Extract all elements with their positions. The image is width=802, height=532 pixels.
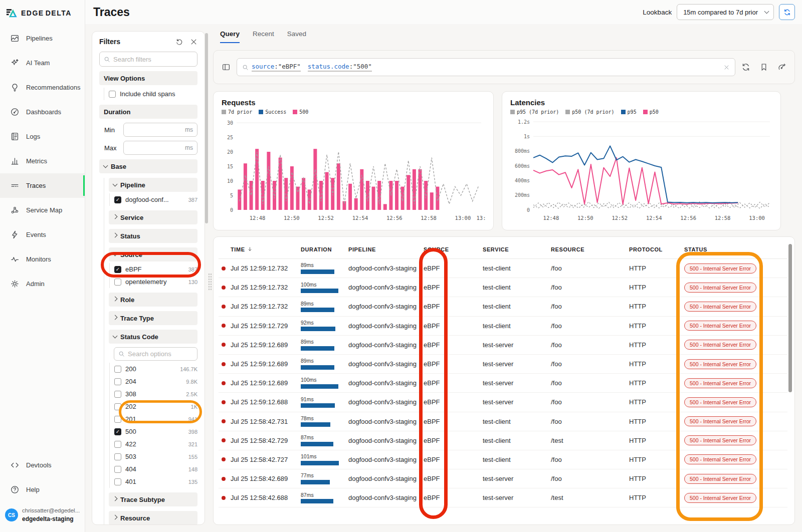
table-row[interactable]: Jul 25 12:59:12.68989msdogfood-confv3-st…: [219, 336, 787, 355]
filter-option-include-child-spans[interactable]: Include child spans: [109, 88, 197, 100]
sidebar-item-dashboards[interactable]: Dashboards: [0, 100, 85, 124]
checkbox[interactable]: [114, 478, 121, 485]
filter-option-503[interactable]: 503155: [114, 450, 197, 463]
checkbox[interactable]: [114, 378, 121, 385]
filter-search[interactable]: [99, 52, 197, 67]
filter-option-500[interactable]: ✓500398: [114, 425, 197, 438]
table-row[interactable]: Jul 25 12:58:42.68887msdogfood-confv3-st…: [219, 488, 787, 507]
table-row[interactable]: Jul 25 12:59:12.68891msdogfood-confv3-st…: [219, 393, 787, 412]
checkbox[interactable]: [114, 391, 121, 398]
legend-item[interactable]: Success: [259, 109, 286, 115]
filter-option-opentelemetry[interactable]: opentelemetry130: [114, 276, 197, 288]
filters-scrollbar[interactable]: [205, 33, 208, 223]
close-icon[interactable]: [190, 38, 197, 46]
filter-section-duration[interactable]: Duration: [99, 105, 197, 119]
filter-section-pipeline[interactable]: Pipeline: [109, 178, 197, 192]
table-scrollbar[interactable]: [788, 244, 792, 392]
filter-section-service[interactable]: Service: [109, 210, 197, 224]
checkbox[interactable]: [114, 279, 121, 286]
column-header-duration[interactable]: Duration: [301, 246, 348, 252]
tab-query[interactable]: Query: [220, 30, 240, 43]
table-row[interactable]: Jul 25 12:59:12.732100msdogfood-confv3-s…: [219, 278, 787, 297]
user-account[interactable]: CS chrissatter@edgedel... edgedelta-stag…: [0, 502, 85, 532]
panel-drag-handle[interactable]: [208, 273, 212, 291]
column-header-resource[interactable]: Resource: [551, 246, 629, 252]
table-row[interactable]: Jul 25 12:58:42.68977msdogfood-confv3-st…: [219, 469, 787, 488]
checkbox[interactable]: ✓: [114, 266, 121, 273]
table-row[interactable]: Jul 25 12:58:42.727101msdogfood-confv3-s…: [219, 450, 787, 469]
sidebar-item-help[interactable]: Help: [0, 477, 85, 502]
filter-section-view-options[interactable]: View Options: [99, 71, 197, 85]
toggle-panel-icon[interactable]: [222, 63, 231, 72]
duration-max-input[interactable]: ms: [123, 141, 197, 155]
filter-option-422[interactable]: 422321: [114, 438, 197, 450]
query-token[interactable]: source:"eBPF": [252, 63, 301, 72]
filter-option-404[interactable]: 404148: [114, 463, 197, 475]
filter-section-status-code[interactable]: Status Code: [109, 330, 197, 344]
legend-item[interactable]: 500: [293, 109, 308, 115]
checkbox[interactable]: [114, 453, 121, 460]
query-token[interactable]: status.code:"500": [308, 63, 372, 72]
clear-query-icon[interactable]: [723, 64, 730, 71]
table-row[interactable]: Jul 25 12:59:12.72992msdogfood-confv3-st…: [219, 317, 787, 336]
column-header-pipeline[interactable]: Pipeline: [348, 246, 424, 252]
sidebar-item-logs[interactable]: Logs: [0, 124, 85, 149]
column-header-time[interactable]: Time: [231, 246, 301, 252]
legend-item[interactable]: 7d prior: [222, 109, 252, 115]
tab-recent[interactable]: Recent: [253, 30, 274, 43]
sidebar-item-devtools[interactable]: Devtools: [0, 453, 85, 477]
column-header-source[interactable]: Source: [424, 246, 483, 252]
edgedelta-logo[interactable]: EDGEDELTA: [0, 0, 85, 26]
legend-item[interactable]: p95: [621, 109, 637, 115]
column-header-protocol[interactable]: Protocol: [629, 246, 684, 252]
sidebar-item-service-map[interactable]: Service Map: [0, 198, 85, 222]
filter-option-200[interactable]: 200146.7K: [114, 363, 197, 375]
status-code-search[interactable]: [114, 347, 197, 361]
table-row[interactable]: Jul 25 12:58:42.73178msdogfood-confv3-st…: [219, 412, 787, 431]
column-header-service[interactable]: Service: [483, 246, 551, 252]
checkbox[interactable]: [114, 466, 121, 473]
sidebar-item-traces[interactable]: Traces: [0, 173, 85, 198]
filter-search-input[interactable]: [113, 56, 193, 63]
query-input[interactable]: source:"eBPF"status.code:"500": [237, 58, 735, 76]
checkbox[interactable]: ✓: [114, 428, 121, 435]
filter-section-trace-subtype[interactable]: Trace Subtype: [109, 492, 197, 506]
latencies-plot[interactable]: 0200ms400ms600ms800ms1s1.2s12:4812:5012:…: [510, 115, 776, 229]
filter-option-308[interactable]: 3082.5K: [114, 388, 197, 400]
filter-option-201[interactable]: 201941: [114, 413, 197, 425]
legend-item[interactable]: p50: [643, 109, 659, 115]
checkbox[interactable]: [109, 91, 116, 98]
filter-section-role[interactable]: Role: [109, 293, 197, 307]
filter-option-202[interactable]: 2021K: [114, 400, 197, 413]
legend-item[interactable]: p50 (7d prior): [565, 109, 614, 115]
sidebar-item-monitors[interactable]: Monitors: [0, 247, 85, 272]
table-row[interactable]: Jul 25 12:59:12.73289msdogfood-confv3-st…: [219, 259, 787, 278]
tab-saved[interactable]: Saved: [287, 30, 306, 43]
bookmark-icon[interactable]: [759, 63, 768, 72]
sidebar-item-pipelines[interactable]: Pipelines: [0, 26, 85, 51]
filter-section-trace-type[interactable]: Trace Type: [109, 311, 197, 325]
filter-option-dogfood-conf-[interactable]: ✓dogfood-conf...387: [114, 193, 197, 206]
create-monitor-icon[interactable]: [777, 63, 786, 72]
duration-min-input[interactable]: ms: [123, 123, 197, 137]
rerun-query-icon[interactable]: [741, 63, 750, 72]
filter-section-status[interactable]: Status: [109, 229, 197, 243]
column-header-status[interactable]: Status: [684, 246, 787, 252]
filter-option-ebpf[interactable]: ✓eBPF387: [114, 263, 197, 276]
requests-plot[interactable]: 05101520253012:4812:5012:5212:5412:5612:…: [222, 115, 487, 229]
filter-option-401[interactable]: 401135: [114, 475, 197, 488]
checkbox[interactable]: [114, 416, 121, 423]
status-code-search-input[interactable]: [128, 350, 193, 358]
checkbox[interactable]: ✓: [114, 196, 121, 203]
sidebar-item-recommendations[interactable]: Recommendations: [0, 75, 85, 100]
sidebar-item-ai-team[interactable]: AI Team: [0, 51, 85, 75]
lookback-select[interactable]: 15m compared to 7d prior: [677, 4, 774, 20]
table-row[interactable]: Jul 25 12:59:12.73289msdogfood-confv3-st…: [219, 297, 787, 316]
reset-filters-icon[interactable]: [175, 38, 183, 46]
refresh-button[interactable]: [779, 4, 795, 20]
legend-item[interactable]: p95 (7d prior): [510, 109, 559, 115]
filter-section-source[interactable]: Source: [109, 247, 197, 261]
checkbox[interactable]: [114, 403, 121, 410]
table-row[interactable]: Jul 25 12:59:12.68989msdogfood-confv3-st…: [219, 355, 787, 374]
table-row[interactable]: Jul 25 12:59:12.689100msdogfood-confv3-s…: [219, 374, 787, 393]
